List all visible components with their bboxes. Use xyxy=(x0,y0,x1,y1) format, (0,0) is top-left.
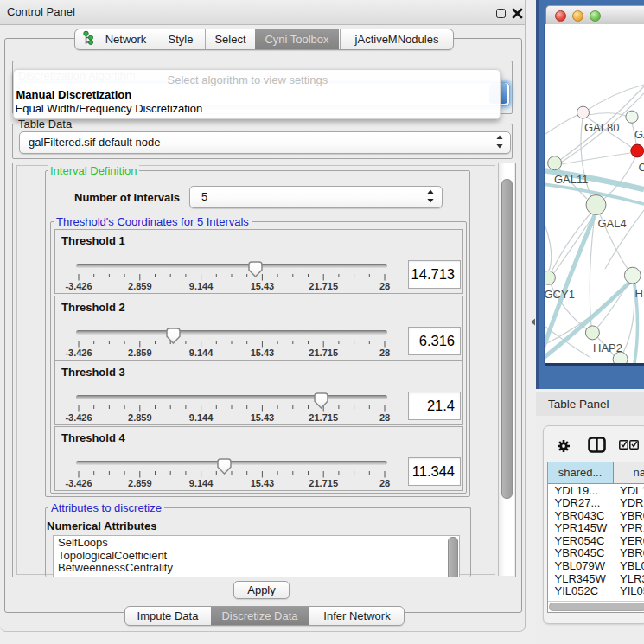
svg-text:GAL11: GAL11 xyxy=(554,173,589,186)
svg-text:GA: GA xyxy=(634,128,644,141)
svg-text:GAL4: GAL4 xyxy=(598,217,627,230)
svg-text:HI: HI xyxy=(635,287,644,300)
svg-text:GAL80: GAL80 xyxy=(584,121,619,134)
svg-text:C: C xyxy=(639,161,644,174)
svg-text:GCY1: GCY1 xyxy=(545,288,575,301)
svg-text:HAP2: HAP2 xyxy=(593,341,622,354)
